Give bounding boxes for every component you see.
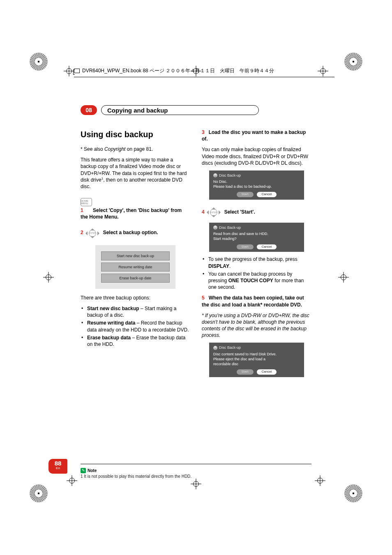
step-2-number: 2 <box>81 229 83 236</box>
pencil-icon: ✎ <box>81 468 86 473</box>
step-4-text: Select 'Start'. <box>224 209 255 215</box>
crop-mark <box>30 53 48 71</box>
crop-mark <box>344 484 362 502</box>
registration-mark <box>191 479 201 489</box>
registration-mark <box>338 272 349 283</box>
cancel-button: Cancel <box>257 369 277 375</box>
footnote-text: 1 It is not possible to play this materi… <box>81 474 311 479</box>
disc-icon <box>213 173 217 177</box>
enter-dpad-icon: ENTER <box>205 206 222 219</box>
section-heading: Using disc backup <box>81 129 190 140</box>
list-item: Erase backup data – Erase the backup dat… <box>86 334 190 348</box>
cancel-button: Cancel <box>257 244 277 250</box>
registration-mark <box>67 475 77 486</box>
step-2-text: Select a backup option. <box>103 229 158 236</box>
list-item: Start new disc backup – Start making a b… <box>86 305 190 318</box>
start-button: Start <box>237 192 254 197</box>
list-item: You can cancel the backup process by pre… <box>208 271 311 291</box>
header-text: DVR640H_WPW_EN.book 88 ページ ２００６年４月１１日 火曜… <box>82 67 274 74</box>
start-button: Start <box>237 244 254 250</box>
crop-mark <box>30 484 48 502</box>
panel-option: Start new disc back-up <box>101 251 170 260</box>
enter-dpad-icon: ENTER <box>84 227 101 240</box>
chapter-number: 08 <box>81 105 97 115</box>
crop-mark <box>344 53 362 71</box>
step-3-para: You can only make backup copies of final… <box>202 146 311 166</box>
chapter-bar: 08 Copying and backup <box>81 105 311 115</box>
cancel-button: Cancel <box>257 192 277 197</box>
panel-option: Erase back-up date <box>101 274 170 283</box>
post-start-bullets: To see the progress of the backup, press… <box>202 256 311 290</box>
registration-mark <box>315 475 325 486</box>
step-1: 1 Select 'Copy', then 'Disc backup' from… <box>81 207 190 220</box>
file-header: DVR640H_WPW_EN.book 88 ページ ２００６年４月１１日 火曜… <box>74 67 334 79</box>
disc-icon <box>213 346 217 350</box>
step-3: 3 Load the disc you want to make a backu… <box>202 129 311 142</box>
step-5: 5 When the data has been copied, take ou… <box>202 295 311 308</box>
disc-icon <box>213 226 217 230</box>
backup-options-panel: Start new disc back-up Resume writing da… <box>95 245 175 289</box>
disc-backup-panel-2: Disc Back-up Read from disc and save to … <box>209 223 304 252</box>
list-item: To see the progress of the backup, press… <box>208 256 311 269</box>
disc-backup-panel-3: Disc Back-up Disc content saved to Hard … <box>209 343 304 377</box>
list-item: Resume writing data – Record the backup … <box>86 320 190 333</box>
page-number-badge: 88 En <box>48 459 67 474</box>
home-menu-icon: HOME MENU <box>81 198 92 206</box>
see-also: * See also Copyright on page 81. <box>81 146 190 152</box>
note-badge: ✎ Note <box>81 468 97 473</box>
right-column: 3 Load the disc you want to make a backu… <box>202 129 311 461</box>
options-bullets: Start new disc backup – Start making a b… <box>81 305 190 348</box>
step-4-number: 4 <box>202 209 205 215</box>
footnote-section: ✎ Note 1 It is not possible to play this… <box>81 464 311 479</box>
panel-option: Resume writing date <box>101 263 170 272</box>
chapter-title: Copying and backup <box>107 107 168 114</box>
registration-mark <box>43 272 54 283</box>
intro-paragraph: This feature offers a simple way to make… <box>81 157 190 190</box>
left-column: Using disc backup * See also Copyright o… <box>81 129 190 461</box>
start-button: Start <box>237 369 254 375</box>
three-options-intro: There are three backup options: <box>81 295 190 301</box>
disc-backup-panel-1: Disc Back-up No Disc. Please load a disc… <box>209 170 304 200</box>
chapter-title-pill: Copying and backup <box>101 105 259 115</box>
step-5-note: * If you're using a DVD-RW or DVD+RW, th… <box>202 312 311 339</box>
book-icon <box>74 69 80 73</box>
